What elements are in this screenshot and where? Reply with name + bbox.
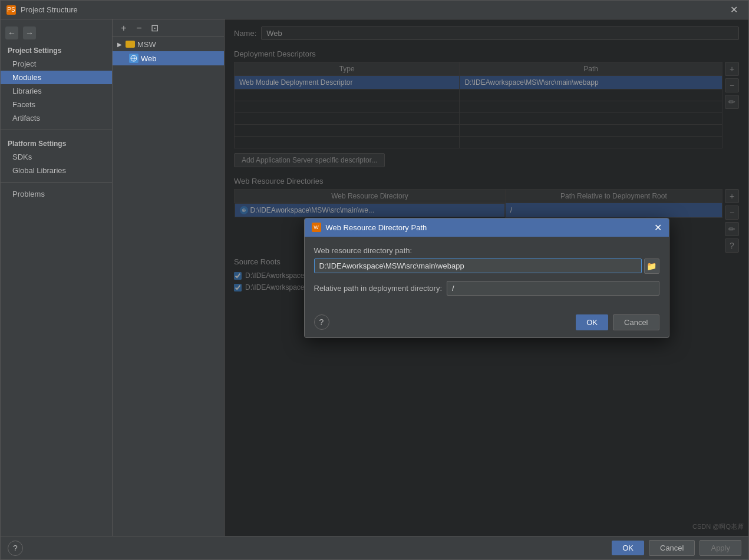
web-resource-dir-modal: W Web Resource Directory Path ✕ Web reso… bbox=[304, 218, 669, 338]
ok-button[interactable]: OK bbox=[612, 541, 644, 555]
platform-settings-header: Platform Settings bbox=[1, 135, 112, 150]
sidebar-divider bbox=[1, 130, 112, 130]
modal-body: Web resource directory path: 📁 Relative … bbox=[305, 237, 669, 314]
titlebar: PS Project Structure ✕ bbox=[1, 1, 748, 19]
modules-tree: + − ⊡ ▶ MSW Web bbox=[113, 19, 225, 536]
chevron-icon: ▶ bbox=[117, 41, 122, 48]
copy-module-button[interactable]: ⊡ bbox=[148, 22, 161, 35]
main-content: ← → Project Settings Project Modules Lib… bbox=[1, 19, 748, 536]
sidebar-item-label: Libraries bbox=[12, 87, 42, 95]
modal-help-button[interactable]: ? bbox=[314, 314, 329, 330]
app-icon-text: PS bbox=[7, 6, 15, 13]
modal-rel-row: Relative path in deployment directory: bbox=[314, 281, 659, 296]
sidebar-item-global-libraries[interactable]: Global Libraries bbox=[1, 164, 112, 177]
sidebar-item-facets[interactable]: Facets bbox=[1, 98, 112, 111]
project-settings-header: Project Settings bbox=[1, 42, 112, 57]
tree-item-msw[interactable]: ▶ MSW bbox=[113, 37, 224, 51]
tree-toolbar: + − ⊡ bbox=[113, 19, 224, 37]
tree-item-label: MSW bbox=[137, 40, 156, 49]
right-panel: Name: Deployment Descriptors Type Path bbox=[225, 19, 748, 536]
close-icon[interactable]: ✕ bbox=[725, 2, 743, 18]
bottom-right: OK Cancel Apply bbox=[612, 540, 741, 556]
modal-title: Web Resource Directory Path bbox=[326, 223, 649, 232]
sidebar-item-label: Facets bbox=[12, 100, 35, 109]
bottom-left: ? bbox=[8, 541, 23, 556]
bottom-bar: ? OK Cancel Apply bbox=[1, 536, 748, 559]
modal-titlebar: W Web Resource Directory Path ✕ bbox=[305, 218, 669, 237]
sidebar-item-modules[interactable]: Modules bbox=[1, 71, 112, 84]
sidebar-item-label: Problems bbox=[12, 190, 45, 198]
modal-icon: W bbox=[312, 223, 321, 232]
sidebar-item-label: Project bbox=[12, 59, 36, 68]
sidebar-item-label: Modules bbox=[12, 73, 41, 82]
global-help-button[interactable]: ? bbox=[8, 541, 23, 556]
tree-item-label: Web bbox=[141, 54, 157, 63]
sidebar-item-libraries[interactable]: Libraries bbox=[1, 84, 112, 98]
apply-button[interactable]: Apply bbox=[699, 540, 741, 556]
cancel-button[interactable]: Cancel bbox=[649, 540, 695, 556]
tree-item-web[interactable]: Web bbox=[113, 51, 224, 65]
browse-folder-button[interactable]: 📁 bbox=[644, 259, 659, 274]
sidebar: ← → Project Settings Project Modules Lib… bbox=[1, 19, 113, 536]
rel-path-input[interactable] bbox=[447, 281, 659, 296]
rel-path-label: Relative path in deployment directory: bbox=[314, 284, 443, 293]
modal-field-label: Web resource directory path: bbox=[314, 246, 659, 255]
modal-footer: ? OK Cancel bbox=[305, 314, 669, 337]
sidebar-item-problems[interactable]: Problems bbox=[1, 187, 112, 201]
sidebar-item-project[interactable]: Project bbox=[1, 57, 112, 71]
modal-ok-button[interactable]: OK bbox=[576, 314, 608, 330]
main-window: PS Project Structure ✕ ← → Project Setti… bbox=[0, 0, 749, 560]
nav-row: ← → bbox=[1, 24, 112, 42]
modal-cancel-button[interactable]: Cancel bbox=[613, 314, 659, 330]
add-module-button[interactable]: + bbox=[117, 22, 130, 35]
modal-input-row: 📁 bbox=[314, 259, 659, 274]
modal-overlay: W Web Resource Directory Path ✕ Web reso… bbox=[225, 19, 748, 536]
sidebar-item-artifacts[interactable]: Artifacts bbox=[1, 111, 112, 125]
sidebar-item-label: Global Libraries bbox=[12, 166, 66, 175]
folder-icon bbox=[126, 39, 135, 49]
modal-actions: OK Cancel bbox=[576, 314, 659, 330]
forward-button[interactable]: → bbox=[23, 26, 36, 39]
modal-path-input[interactable] bbox=[314, 259, 642, 273]
sidebar-item-label: SDKs bbox=[12, 153, 32, 161]
sidebar-item-sdks[interactable]: SDKs bbox=[1, 150, 112, 164]
sidebar-divider-2 bbox=[1, 182, 112, 183]
sidebar-item-label: Artifacts bbox=[12, 114, 40, 122]
app-icon: PS bbox=[6, 5, 16, 15]
panel-with-tree: + − ⊡ ▶ MSW Web bbox=[113, 19, 748, 536]
modal-close-button[interactable]: ✕ bbox=[654, 222, 662, 233]
window-title: Project Structure bbox=[21, 5, 78, 14]
web-module-icon bbox=[129, 54, 138, 63]
back-button[interactable]: ← bbox=[5, 26, 18, 39]
remove-module-button[interactable]: − bbox=[133, 22, 146, 35]
